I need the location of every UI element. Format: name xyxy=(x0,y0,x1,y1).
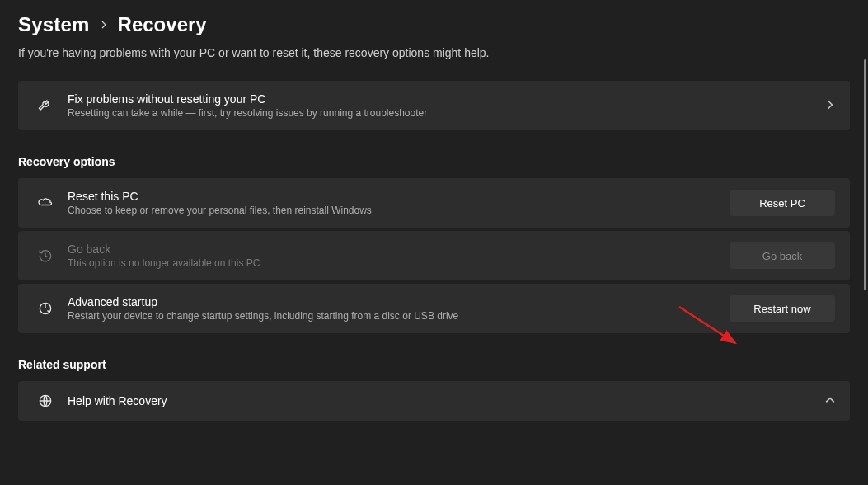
cloud-reset-icon xyxy=(33,195,58,211)
go-back-desc: This option is no longer available on th… xyxy=(68,257,720,269)
help-recovery-title: Help with Recovery xyxy=(68,394,815,407)
related-support-heading: Related support xyxy=(18,358,850,371)
fix-problems-card[interactable]: Fix problems without resetting your PC R… xyxy=(18,81,850,130)
reset-pc-title: Reset this PC xyxy=(68,190,720,203)
advanced-startup-desc: Restart your device to change startup se… xyxy=(68,310,720,322)
advanced-startup-card: Advanced startup Restart your device to … xyxy=(18,284,850,333)
chevron-right-icon xyxy=(825,100,835,112)
breadcrumb-current: Recovery xyxy=(118,13,207,36)
scrollbar[interactable] xyxy=(864,59,866,290)
advanced-startup-title: Advanced startup xyxy=(68,295,720,308)
go-back-card: Go back This option is no longer availab… xyxy=(18,231,850,280)
go-back-title: Go back xyxy=(68,242,720,256)
wrench-icon xyxy=(33,97,58,114)
breadcrumb: System Recovery xyxy=(18,13,850,36)
recovery-options-heading: Recovery options xyxy=(18,155,850,168)
chevron-up-icon xyxy=(825,395,835,407)
power-settings-icon xyxy=(33,300,58,317)
chevron-right-icon xyxy=(100,19,108,31)
fix-problems-desc: Resetting can take a while — first, try … xyxy=(68,107,815,119)
help-recovery-card[interactable]: Help with Recovery xyxy=(18,381,850,421)
breadcrumb-parent[interactable]: System xyxy=(18,13,90,36)
history-icon xyxy=(33,247,58,264)
reset-pc-card: Reset this PC Choose to keep or remove y… xyxy=(18,178,850,228)
reset-pc-desc: Choose to keep or remove your personal f… xyxy=(68,205,720,216)
fix-problems-title: Fix problems without resetting your PC xyxy=(68,92,815,106)
go-back-button: Go back xyxy=(730,242,835,269)
restart-now-button[interactable]: Restart now xyxy=(730,295,835,322)
reset-pc-button[interactable]: Reset PC xyxy=(730,190,835,216)
globe-help-icon xyxy=(33,393,58,409)
intro-text: If you're having problems with your PC o… xyxy=(18,46,850,59)
